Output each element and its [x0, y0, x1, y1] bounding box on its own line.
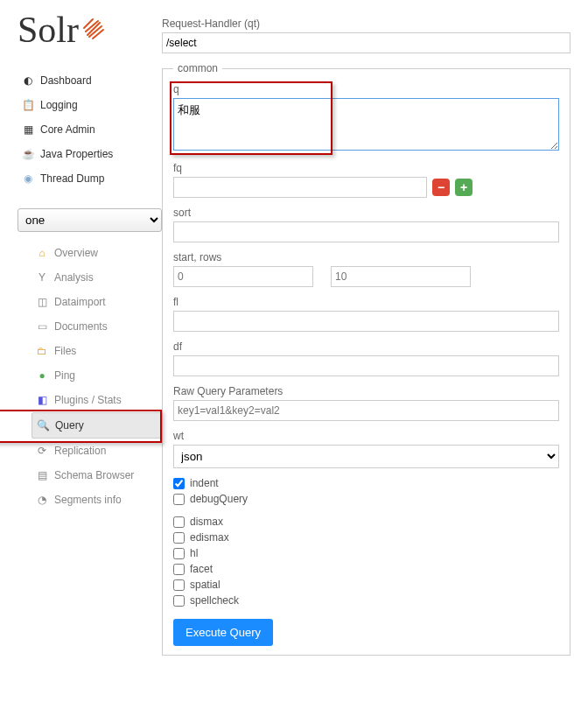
common-fieldset: common q 和服 fq − + sort start, rows — [162, 62, 570, 656]
df-label: df — [173, 340, 559, 353]
subnav-documents[interactable]: ▭Documents — [32, 314, 162, 339]
thread-icon: ◉ — [21, 172, 35, 186]
debugquery-checkbox[interactable] — [173, 494, 185, 505]
subnav-plugins[interactable]: ◧Plugins / Stats — [32, 388, 162, 412]
rows-input[interactable] — [331, 266, 471, 287]
wt-label: wt — [173, 430, 559, 442]
logging-icon: 📋 — [21, 98, 35, 112]
facet-label: facet — [190, 563, 213, 575]
debugquery-label: debugQuery — [190, 493, 248, 505]
q-input[interactable]: 和服 — [173, 98, 559, 151]
qt-label: Request-Handler (qt) — [162, 18, 570, 30]
fl-input[interactable] — [173, 311, 559, 332]
fq-remove-button[interactable]: − — [432, 179, 450, 196]
raw-input[interactable] — [173, 400, 559, 421]
java-icon: ☕ — [21, 147, 35, 161]
hl-label: hl — [190, 547, 198, 559]
files-icon: 🗀 — [35, 344, 49, 358]
qt-input[interactable] — [162, 32, 570, 53]
subnav-files[interactable]: 🗀Files — [32, 339, 162, 363]
edismax-checkbox[interactable] — [173, 532, 185, 544]
home-icon: ⌂ — [35, 246, 49, 260]
dashboard-icon: ◐ — [21, 74, 35, 88]
search-icon: 🔍 — [36, 418, 50, 432]
facet-checkbox[interactable] — [173, 564, 185, 575]
start-input[interactable] — [173, 266, 313, 287]
indent-checkbox[interactable] — [173, 478, 185, 489]
analysis-icon: Y — [35, 270, 49, 284]
sun-icon — [80, 9, 107, 51]
core-admin-icon: ▦ — [21, 123, 35, 137]
dismax-label: dismax — [190, 516, 223, 528]
fl-label: fl — [173, 296, 559, 308]
replication-icon: ⟳ — [35, 444, 49, 458]
dataimport-icon: ◫ — [35, 295, 49, 309]
df-input[interactable] — [173, 355, 559, 376]
subnav-segments[interactable]: ◔Segments info — [32, 488, 162, 512]
main-nav: ◐Dashboard 📋Logging ▦Core Admin ☕Java Pr… — [18, 68, 162, 191]
sort-label: sort — [173, 207, 559, 219]
spatial-checkbox[interactable] — [173, 579, 185, 591]
startrows-label: start, rows — [173, 251, 559, 263]
spellcheck-checkbox[interactable] — [173, 595, 185, 607]
nav-logging[interactable]: 📋Logging — [18, 93, 162, 117]
sort-input[interactable] — [173, 221, 559, 242]
subnav-analysis[interactable]: YAnalysis — [32, 265, 162, 290]
ping-icon: ● — [35, 369, 49, 383]
spatial-label: spatial — [190, 579, 220, 591]
subnav-dataimport[interactable]: ◫Dataimport — [32, 290, 162, 314]
subnav-overview[interactable]: ⌂Overview — [32, 241, 162, 265]
solr-logo: Solr — [18, 9, 162, 51]
core-selector[interactable]: one — [18, 208, 162, 232]
core-subnav: ⌂Overview YAnalysis ◫Dataimport ▭Documen… — [18, 241, 162, 512]
subnav-ping[interactable]: ●Ping — [32, 363, 162, 388]
raw-label: Raw Query Parameters — [173, 385, 559, 397]
q-label: q — [173, 83, 559, 95]
common-legend: common — [173, 62, 222, 74]
schema-icon: ▤ — [35, 468, 49, 482]
nav-thread-dump[interactable]: ◉Thread Dump — [18, 166, 162, 191]
edismax-label: edismax — [190, 531, 229, 544]
nav-java-properties[interactable]: ☕Java Properties — [18, 142, 162, 166]
subnav-schema[interactable]: ▤Schema Browser — [32, 463, 162, 488]
execute-query-button[interactable]: Execute Query — [173, 619, 273, 646]
fq-label: fq — [173, 162, 559, 174]
segments-icon: ◔ — [35, 493, 49, 507]
spellcheck-label: spellcheck — [190, 594, 239, 607]
nav-core-admin[interactable]: ▦Core Admin — [18, 117, 162, 142]
documents-icon: ▭ — [35, 319, 49, 333]
plugins-icon: ◧ — [35, 393, 49, 407]
fq-add-button[interactable]: + — [455, 179, 472, 196]
dismax-checkbox[interactable] — [173, 516, 185, 528]
hl-checkbox[interactable] — [173, 548, 185, 559]
fq-input[interactable] — [173, 177, 427, 198]
subnav-replication[interactable]: ⟳Replication — [32, 439, 162, 463]
indent-label: indent — [190, 477, 219, 489]
nav-dashboard[interactable]: ◐Dashboard — [18, 68, 162, 93]
subnav-query[interactable]: 🔍Query — [32, 412, 162, 439]
wt-select[interactable]: json — [173, 445, 559, 468]
